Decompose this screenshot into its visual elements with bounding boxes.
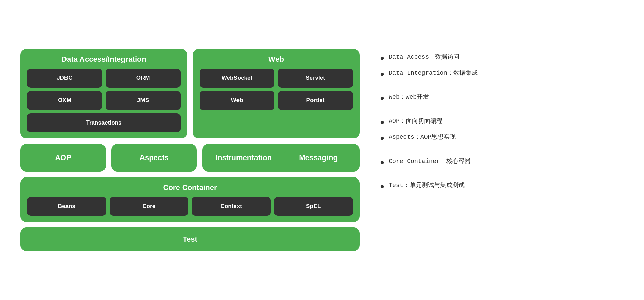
bullet-3: ● — [380, 92, 384, 104]
instrumentation-label: Instrumentation — [209, 151, 278, 165]
aop-label: AOP — [55, 153, 71, 162]
legend-item-7: ● Test：单元测试与集成测试 — [380, 181, 624, 192]
legend-text-6: Core Container：核心容器 — [389, 156, 470, 166]
data-access-grid: JDBC ORM OXM JMS Transactions — [27, 69, 181, 132]
portlet-box: Portlet — [278, 91, 353, 110]
data-access-title: Data Access/Integration — [27, 55, 181, 64]
legend-text-5: Aspects：AOP思想实现 — [389, 132, 456, 142]
transactions-box: Transactions — [27, 113, 181, 132]
diagram-section: Data Access/Integration JDBC ORM OXM JMS… — [20, 49, 360, 251]
legend-section: ● Data Access：数据访问 ● Data Integration：数据… — [380, 49, 624, 192]
page-wrapper: Data Access/Integration JDBC ORM OXM JMS… — [0, 35, 644, 265]
core-box: Core — [110, 197, 189, 216]
orm-box: ORM — [106, 69, 181, 88]
instr-messaging-group: Instrumentation Messaging — [202, 144, 360, 172]
core-container-grid: Beans Core Context SpEL — [27, 197, 353, 216]
legend-text-2: Data Integration：数据集成 — [389, 68, 478, 78]
servlet-box: Servlet — [278, 69, 353, 88]
jdbc-box: JDBC — [27, 69, 102, 88]
legend-item-1: ● Data Access：数据访问 — [380, 52, 624, 63]
web-grid: WebSocket Servlet Web Portlet — [200, 69, 353, 110]
bullet-1: ● — [380, 52, 384, 63]
bullet-6: ● — [380, 156, 384, 168]
legend-text-7: Test：单元测试与集成测试 — [389, 181, 464, 190]
messaging-label: Messaging — [284, 151, 353, 165]
websocket-box: WebSocket — [200, 69, 274, 88]
legend-text-4: AOP：面向切面编程 — [389, 116, 442, 126]
legend-item-6: ● Core Container：核心容器 — [380, 156, 624, 168]
legend-item-4: ● AOP：面向切面编程 — [380, 116, 624, 128]
beans-box: Beans — [27, 197, 106, 216]
legend-text-3: Web：Web开发 — [389, 92, 429, 102]
aop-box: AOP — [20, 144, 106, 172]
core-container-box: Core Container Beans Core Context SpEL — [20, 177, 360, 222]
spel-box: SpEL — [274, 197, 353, 216]
web-title: Web — [200, 55, 353, 64]
web-box: Web WebSocket Servlet Web Portlet — [193, 49, 360, 138]
context-box: Context — [192, 197, 271, 216]
aspects-label: Aspects — [139, 153, 169, 162]
core-container-title: Core Container — [27, 183, 353, 192]
web-inner-box: Web — [200, 91, 274, 110]
test-label: Test — [183, 235, 197, 244]
oxm-box: OXM — [27, 91, 102, 110]
data-access-box: Data Access/Integration JDBC ORM OXM JMS… — [20, 49, 187, 138]
legend-item-3: ● Web：Web开发 — [380, 92, 624, 104]
top-row: Data Access/Integration JDBC ORM OXM JMS… — [20, 49, 360, 138]
bullet-5: ● — [380, 132, 384, 144]
legend-item-2: ● Data Integration：数据集成 — [380, 68, 624, 79]
aspects-box: Aspects — [111, 144, 197, 172]
test-box: Test — [20, 227, 360, 251]
legend-item-5: ● Aspects：AOP思想实现 — [380, 132, 624, 144]
bullet-2: ● — [380, 68, 384, 79]
bullet-7: ● — [380, 181, 384, 192]
legend-text-1: Data Access：数据访问 — [389, 52, 459, 62]
jms-box: JMS — [106, 91, 181, 110]
bullet-4: ● — [380, 116, 384, 128]
middle-row: AOP Aspects Instrumentation Messaging — [20, 144, 360, 172]
